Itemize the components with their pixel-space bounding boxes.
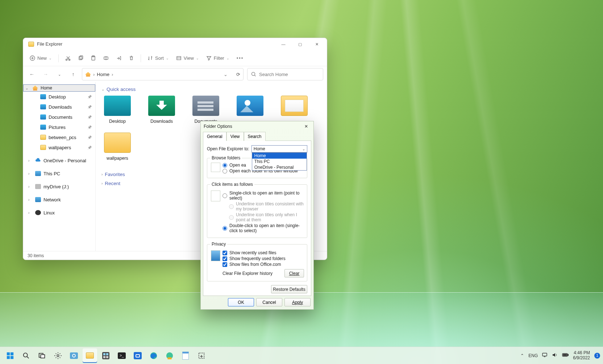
sidebar-item-home[interactable]: ⌄Home xyxy=(23,84,95,92)
tile-folder[interactable] xyxy=(233,96,267,124)
tile-desktop[interactable]: Desktop xyxy=(101,96,134,124)
apply-button[interactable]: Apply xyxy=(284,298,311,306)
delete-button[interactable] xyxy=(126,53,137,64)
address-row: ← → ⌄ ↑ › Home › ⌄ ⟳ Search Home xyxy=(23,66,327,82)
taskbar-snipping[interactable] xyxy=(194,348,209,363)
refresh-button[interactable]: ⟳ xyxy=(236,72,240,77)
sidebar-item-wallpapers[interactable]: wallpapers📌 xyxy=(23,142,95,152)
dialog-close-button[interactable]: ✕ xyxy=(302,122,311,130)
cancel-button[interactable]: Cancel xyxy=(256,298,282,306)
filter-button[interactable]: Filter⌄ xyxy=(203,53,232,64)
more-button[interactable]: ••• xyxy=(234,53,247,64)
copy-button[interactable] xyxy=(75,53,86,64)
option-this-pc[interactable]: This PC xyxy=(252,159,307,164)
taskbar-terminal[interactable]: >_ xyxy=(115,348,129,363)
notification-badge[interactable]: 1 xyxy=(594,353,600,359)
taskbar-file-explorer[interactable] xyxy=(83,348,97,363)
cut-button[interactable] xyxy=(62,53,74,64)
clock[interactable]: 4:46 PM 6/9/2022 xyxy=(573,351,590,361)
tab-search[interactable]: Search xyxy=(244,132,266,141)
network-icon[interactable] xyxy=(542,352,548,359)
select-value: Home xyxy=(254,146,265,151)
tray-chevron-up-icon[interactable]: ⌃ xyxy=(520,353,524,358)
maximize-button[interactable]: ▢ xyxy=(292,39,308,49)
sidebar-item-network[interactable]: ›Network xyxy=(23,194,95,205)
gear-icon xyxy=(54,352,62,360)
ok-button[interactable]: OK xyxy=(228,298,254,306)
taskbar-edge-canary[interactable] xyxy=(162,348,177,363)
taskbar: >_ ⌃ ENG 4:46 PM 6/9/2022 1 xyxy=(0,347,603,364)
tab-view[interactable]: View xyxy=(226,132,244,141)
command-bar: New⌄ Sort⌄ View⌄ Filter⌄ ••• xyxy=(23,50,327,66)
share-button[interactable] xyxy=(113,53,124,64)
sidebar-item-label: between_pcs xyxy=(49,135,76,140)
volume-icon[interactable] xyxy=(552,352,558,359)
minimize-button[interactable]: — xyxy=(275,39,291,49)
svg-rect-11 xyxy=(11,352,13,355)
paste-button[interactable] xyxy=(88,53,99,64)
breadcrumb-home[interactable]: Home xyxy=(97,72,109,77)
tile-folder[interactable] xyxy=(278,96,311,124)
blue-icon xyxy=(40,125,46,130)
section-label: Quick access xyxy=(107,87,136,92)
share-icon xyxy=(116,55,121,61)
sort-button[interactable]: Sort⌄ xyxy=(145,53,172,64)
battery-icon[interactable] xyxy=(562,353,569,358)
taskbar-camera[interactable] xyxy=(67,348,81,363)
new-button[interactable]: New⌄ xyxy=(27,53,55,64)
taskbar-calculator[interactable] xyxy=(99,348,113,363)
taskbar-edge[interactable] xyxy=(146,348,161,363)
radio-single-click[interactable]: Single-click to open an item (point to s… xyxy=(223,191,304,201)
language-indicator[interactable]: ENG xyxy=(528,353,538,358)
sidebar-item-this-pc[interactable]: ›This PC xyxy=(23,168,95,179)
tab-general[interactable]: General xyxy=(203,132,226,141)
browse-folders-legend: Browse folders xyxy=(210,155,242,160)
svg-point-14 xyxy=(24,353,28,357)
view-button[interactable]: View⌄ xyxy=(173,53,202,64)
back-button[interactable]: ← xyxy=(27,69,37,80)
task-view-icon xyxy=(38,352,46,360)
sidebar-item-documents[interactable]: Documents📌 xyxy=(23,112,95,122)
option-onedrive[interactable]: OneDrive - Personal xyxy=(252,164,307,170)
tile-documents[interactable]: Documents xyxy=(189,96,223,124)
close-button[interactable]: ✕ xyxy=(309,39,325,49)
radio-double-click[interactable]: Double-click to open an item (single-cli… xyxy=(223,223,304,233)
taskbar-notepad[interactable] xyxy=(178,348,193,363)
sidebar-item-between-pcs[interactable]: between_pcs📌 xyxy=(23,132,95,142)
up-button[interactable]: ↑ xyxy=(68,69,78,80)
open-explorer-to-select[interactable]: Home ⌄ Home This PC OneDrive - Personal xyxy=(251,145,307,152)
restore-defaults-button[interactable]: Restore Defaults xyxy=(271,285,307,293)
clear-button[interactable]: Clear xyxy=(284,269,304,277)
filter-label: Filter xyxy=(214,55,224,61)
titlebar[interactable]: File Explorer — ▢ ✕ xyxy=(23,38,327,50)
check-recent-files[interactable]: Show recently used files xyxy=(223,250,304,255)
taskbar-store[interactable] xyxy=(130,348,145,363)
sidebar-item-linux[interactable]: ›Linux xyxy=(23,208,95,218)
section-quick-access[interactable]: ⌄Quick access xyxy=(101,87,322,92)
privacy-icon xyxy=(211,250,220,261)
option-home[interactable]: Home xyxy=(252,153,307,159)
folder-icon xyxy=(28,42,34,47)
edge-canary-icon xyxy=(166,352,174,360)
recent-locations-button[interactable]: ⌄ xyxy=(54,69,65,80)
check-frequent-folders[interactable]: Show frequently used folders xyxy=(223,256,304,261)
tile-wallpapers[interactable]: wallpapers xyxy=(101,133,134,161)
address-bar[interactable]: › Home › ⌄ ⟳ xyxy=(82,68,244,80)
edge-icon xyxy=(150,352,158,360)
sidebar-item-downloads[interactable]: Downloads📌 xyxy=(23,102,95,112)
rename-button[interactable] xyxy=(100,53,112,64)
sidebar-item-onedrive-personal[interactable]: ›OneDrive - Personal xyxy=(23,155,95,166)
tile-downloads[interactable]: Downloads xyxy=(145,96,178,124)
taskbar-search[interactable] xyxy=(19,348,33,363)
forward-button[interactable]: → xyxy=(41,69,51,80)
sidebar-item-desktop[interactable]: Desktop📌 xyxy=(23,92,95,102)
camera-icon xyxy=(70,352,78,359)
check-office-files[interactable]: Show files from Office.com xyxy=(223,262,304,267)
task-view[interactable] xyxy=(35,348,49,363)
search-box[interactable]: Search Home xyxy=(247,68,323,80)
start-button[interactable] xyxy=(3,348,17,363)
sidebar-item-pictures[interactable]: Pictures📌 xyxy=(23,122,95,132)
taskbar-settings[interactable] xyxy=(51,348,65,363)
sidebar-item-mydrive-j-[interactable]: ›myDrive (J:) xyxy=(23,181,95,192)
plus-circle-icon xyxy=(30,55,35,61)
